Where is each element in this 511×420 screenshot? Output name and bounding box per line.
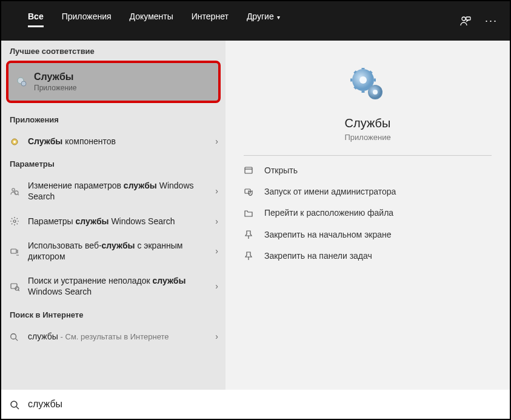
- open-icon: [244, 165, 264, 175]
- action-run-admin[interactable]: Запуск от имени администратора: [244, 181, 492, 202]
- results-panel: Лучшее соответствие Службы Приложение Пр…: [1, 41, 225, 391]
- setting-result-label: Использовать веб-службы с экранным дикто…: [28, 240, 215, 262]
- svg-point-8: [13, 220, 16, 222]
- section-web: Поиск в Интернете: [1, 304, 225, 324]
- preview-app-icon: [244, 59, 492, 116]
- action-open[interactable]: Открыть: [244, 159, 492, 181]
- action-label: Открыть: [264, 165, 298, 175]
- action-label: Запуск от имени администратора: [264, 187, 396, 196]
- chevron-right-icon: ›: [215, 216, 218, 226]
- preview-subtitle: Приложение: [244, 133, 492, 142]
- setting-result[interactable]: Поиск и устранение неполадок службы Wind…: [1, 268, 225, 304]
- setting-result[interactable]: Параметры службы Windows Search ›: [1, 209, 225, 233]
- best-match-subtitle: Приложение: [34, 84, 76, 92]
- web-result-label: службы - См. результаты в Интернете: [28, 331, 215, 342]
- divider: [244, 155, 492, 156]
- chevron-right-icon: ›: [215, 281, 218, 291]
- folder-icon: [244, 208, 264, 218]
- svg-rect-9: [11, 249, 16, 253]
- pin-icon: [244, 229, 264, 239]
- best-match-title: Службы: [34, 72, 76, 82]
- tab-all[interactable]: Все: [19, 8, 52, 35]
- tab-documents[interactable]: Документы: [121, 8, 182, 35]
- preview-title: Службы: [244, 116, 492, 130]
- svg-point-3: [21, 81, 26, 86]
- section-apps: Приложения: [1, 109, 225, 129]
- web-result[interactable]: службы - См. результаты в Интернете ›: [1, 324, 225, 349]
- section-settings: Параметры: [1, 153, 225, 173]
- pin-icon: [244, 250, 264, 261]
- troubleshoot-icon: [10, 281, 28, 292]
- action-pin-taskbar[interactable]: Закрепить на панели задач: [244, 245, 492, 266]
- chevron-right-icon: ›: [215, 136, 218, 146]
- search-input[interactable]: [28, 399, 501, 410]
- gear-outline-icon: [10, 216, 28, 226]
- svg-point-5: [13, 141, 16, 143]
- svg-rect-17: [245, 167, 252, 173]
- setting-result-label: Поиск и устранение неполадок службы Wind…: [28, 275, 215, 297]
- app-result-label: Службы компонентов: [28, 136, 215, 147]
- more-options-icon[interactable]: ···: [479, 15, 504, 27]
- chevron-right-icon: ›: [215, 246, 218, 256]
- header-tabs: Все Приложения Документы Интернет Другие…: [1, 1, 510, 41]
- search-bar[interactable]: [1, 390, 510, 419]
- action-pin-start[interactable]: Закрепить на начальном экране: [244, 224, 492, 245]
- tab-internet[interactable]: Интернет: [183, 8, 237, 35]
- svg-point-12: [11, 334, 16, 339]
- setting-result-label: Изменение параметров службы Windows Sear…: [28, 180, 215, 202]
- setting-result[interactable]: Использовать веб-службы с экранным дикто…: [1, 233, 225, 268]
- narrator-icon: [10, 245, 28, 256]
- services-icon: [350, 68, 386, 104]
- svg-point-19: [11, 401, 17, 407]
- svg-point-6: [12, 188, 15, 191]
- tab-more[interactable]: Другие▾: [238, 8, 289, 35]
- svg-rect-10: [11, 284, 17, 288]
- svg-point-16: [373, 90, 378, 95]
- action-label: Закрепить на начальном экране: [264, 230, 392, 239]
- chevron-right-icon: ›: [215, 186, 218, 196]
- shield-icon: [244, 186, 264, 196]
- app-result[interactable]: Службы компонентов ›: [1, 129, 225, 153]
- svg-point-0: [462, 17, 466, 21]
- magnify-person-icon: [10, 186, 28, 196]
- action-label: Закрепить на панели задач: [264, 251, 372, 261]
- svg-point-14: [359, 76, 367, 84]
- setting-result-label: Параметры службы Windows Search: [28, 216, 215, 227]
- person-chat-icon: [459, 15, 472, 27]
- svg-rect-1: [466, 17, 470, 20]
- tab-apps[interactable]: Приложения: [53, 8, 120, 35]
- chevron-down-icon: ▾: [277, 14, 280, 21]
- component-services-icon: [10, 136, 28, 146]
- search-icon: [10, 332, 28, 341]
- gear-icon: [16, 76, 34, 88]
- setting-result[interactable]: Изменение параметров службы Windows Sear…: [1, 173, 225, 208]
- section-best-match: Лучшее соответствие: [1, 41, 225, 61]
- chevron-right-icon: ›: [215, 332, 218, 341]
- action-label: Перейти к расположению файла: [264, 208, 393, 218]
- feedback-icon[interactable]: [453, 15, 478, 27]
- search-icon: [10, 399, 19, 410]
- action-open-location[interactable]: Перейти к расположению файла: [244, 202, 492, 224]
- preview-panel: Службы Приложение Открыть Запуск от имен…: [225, 41, 510, 391]
- best-match-item[interactable]: Службы Приложение: [6, 61, 221, 103]
